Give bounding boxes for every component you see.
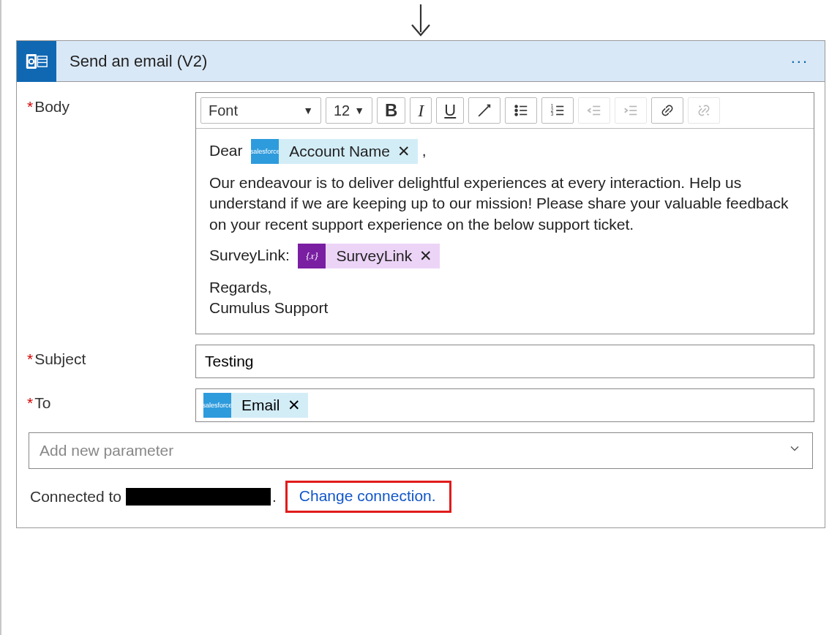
token-label: Account Name (289, 141, 390, 162)
subject-input-wrapper[interactable] (195, 345, 814, 378)
token-account-name[interactable]: salesforce Account Name ✕ (251, 139, 418, 164)
add-parameter-select[interactable]: Add new parameter (29, 432, 813, 469)
card-header[interactable]: Send an email (V2) ··· (17, 41, 825, 82)
font-select[interactable]: Font▼ (200, 97, 321, 124)
token-surveylink[interactable]: {𝑥} SurveyLink ✕ (298, 244, 440, 268)
body-editor[interactable]: Font▼ 12▼ B I U (195, 92, 814, 334)
numbered-list-button[interactable]: 123 (541, 97, 574, 124)
to-input[interactable]: salesforce Email ✕ (195, 388, 814, 422)
bold-button[interactable]: B (377, 97, 405, 124)
indent-button[interactable] (615, 97, 647, 124)
outdent-button[interactable] (578, 97, 610, 124)
outlook-icon (17, 41, 56, 82)
survey-prefix: SurveyLink: (209, 247, 290, 263)
label-body: *Body (27, 92, 195, 116)
variable-icon: {𝑥} (298, 244, 326, 268)
underline-button[interactable]: U (436, 97, 464, 124)
regards-text: Regards, (209, 279, 271, 296)
change-connection-highlight: Change connection. (285, 481, 451, 513)
chevron-down-icon (787, 441, 802, 459)
greeting-text: Dear (209, 142, 243, 159)
svg-point-4 (30, 59, 34, 63)
label-subject: *Subject (27, 345, 195, 368)
unlink-button[interactable] (688, 97, 720, 124)
forecolor-button[interactable] (468, 97, 500, 124)
svg-point-10 (515, 113, 517, 116)
token-remove-icon[interactable]: ✕ (288, 397, 301, 414)
body-paragraph: Our endeavour is to deliver delightful e… (209, 173, 800, 235)
link-button[interactable] (651, 97, 683, 124)
svg-text:3: 3 (551, 111, 554, 116)
italic-button[interactable]: I (410, 97, 432, 124)
param-placeholder: Add new parameter (40, 442, 173, 459)
font-size-select[interactable]: 12▼ (326, 97, 372, 124)
action-card-send-email: Send an email (V2) ··· *Body Font▼ 12▼ (16, 40, 825, 528)
subject-input[interactable] (203, 352, 806, 371)
card-menu-button[interactable]: ··· (775, 52, 825, 71)
salesforce-icon: salesforce (251, 139, 279, 164)
bullets-button[interactable] (505, 97, 537, 124)
token-label: Email (241, 397, 280, 414)
signature-text: Cumulus Support (209, 299, 328, 316)
redacted-connection-name (126, 488, 271, 506)
body-content-area[interactable]: Dear salesforce Account Name ✕ , Our end… (196, 129, 814, 334)
salesforce-icon: salesforce (203, 393, 231, 418)
greeting-suffix: , (422, 142, 427, 159)
token-email[interactable]: salesforce Email ✕ (203, 393, 308, 418)
card-title: Send an email (V2) (70, 52, 775, 71)
token-label: SurveyLink (336, 246, 412, 266)
rte-toolbar: Font▼ 12▼ B I U (196, 93, 814, 129)
connection-footer: Connected to . Change connection. (27, 479, 814, 514)
connected-label: Connected to (30, 488, 121, 506)
svg-rect-5 (37, 56, 47, 66)
change-connection-link[interactable]: Change connection. (299, 487, 436, 504)
svg-point-9 (515, 110, 517, 112)
flow-arrow (16, 0, 825, 40)
token-remove-icon[interactable]: ✕ (419, 246, 432, 266)
token-remove-icon[interactable]: ✕ (397, 141, 410, 162)
label-to: *To (27, 388, 195, 412)
svg-point-8 (515, 105, 517, 108)
